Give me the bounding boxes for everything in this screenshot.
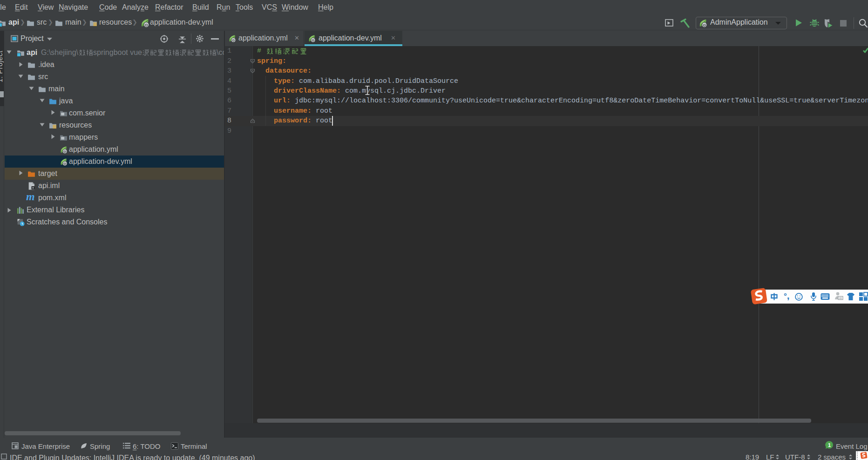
svg-text:1: 1 xyxy=(828,442,831,448)
